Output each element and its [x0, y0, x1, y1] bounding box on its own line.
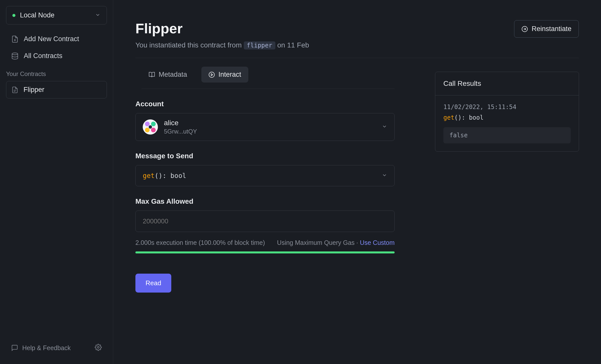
gas-exec-text: 2.000s execution time (100.00% of block …	[135, 239, 265, 246]
message-select[interactable]: get(): bool	[135, 165, 395, 186]
divider	[135, 58, 579, 58]
file-icon	[11, 86, 18, 93]
svg-point-5	[98, 347, 99, 348]
help-feedback-link[interactable]: Help & Feedback	[11, 344, 71, 352]
chevron-down-icon	[382, 172, 387, 179]
sidebar-contract-item[interactable]: Flipper	[6, 81, 107, 98]
main-content: Flipper You instantiated this contract f…	[113, 0, 601, 364]
account-label: Account	[135, 100, 395, 108]
svg-point-2	[12, 53, 18, 55]
tab-interact-label: Interact	[219, 71, 241, 79]
tab-metadata-label: Metadata	[159, 71, 187, 79]
result-value: false	[443, 127, 571, 143]
tab-interact[interactable]: Interact	[201, 67, 248, 83]
message-fn-name: get	[143, 172, 155, 179]
account-select[interactable]: alice 5Grw...utQY	[135, 113, 395, 141]
account-name: alice	[164, 119, 197, 127]
result-timestamp: 11/02/2022, 15:11:54	[443, 103, 571, 111]
read-button[interactable]: Read	[135, 274, 171, 293]
call-results-panel: Call Results 11/02/2022, 15:11:54 get():…	[435, 72, 579, 152]
gas-using-text: Using Maximum Query Gas ·	[277, 239, 360, 246]
node-name: Local Node	[20, 11, 55, 19]
subtitle-prefix: You instantiated this contract from	[135, 41, 244, 49]
subtitle-suffix: on 11 Feb	[275, 41, 309, 49]
nav-all-label: All Contracts	[24, 52, 62, 60]
nav-add-contract[interactable]: Add New Contract	[0, 31, 113, 47]
identicon-icon	[143, 119, 158, 135]
svg-point-8	[209, 72, 214, 77]
result-fn: get(): bool	[443, 114, 571, 121]
nav-all-contracts[interactable]: All Contracts	[0, 47, 113, 64]
play-circle-icon	[208, 71, 215, 78]
results-title: Call Results	[435, 72, 579, 95]
chat-icon	[11, 344, 18, 351]
help-label: Help & Feedback	[22, 344, 71, 352]
status-dot-icon	[12, 14, 15, 17]
section-title: Your Contracts	[0, 64, 113, 81]
account-address: 5Grw...utQY	[164, 128, 197, 135]
gas-progress-bar	[135, 251, 395, 253]
node-selector[interactable]: Local Node	[6, 6, 107, 24]
use-custom-link[interactable]: Use Custom	[360, 239, 395, 246]
reinstantiate-button[interactable]: Reinstantiate	[514, 20, 579, 38]
book-icon	[149, 71, 155, 78]
gas-info: 2.000s execution time (100.00% of block …	[135, 239, 395, 246]
arrow-circle-icon	[521, 26, 528, 32]
tab-metadata[interactable]: Metadata	[141, 67, 194, 83]
file-plus-icon	[11, 35, 19, 43]
result-fn-name: get	[443, 114, 454, 121]
nav-add-label: Add New Contract	[24, 35, 79, 43]
gas-label: Max Gas Allowed	[135, 197, 395, 205]
reinstantiate-label: Reinstantiate	[532, 25, 571, 33]
contract-item-label: Flipper	[23, 86, 44, 94]
tabs-bar: Metadata Interact	[141, 67, 395, 89]
settings-button[interactable]	[95, 344, 102, 352]
gear-icon	[95, 344, 102, 351]
gas-input[interactable]	[135, 211, 395, 232]
page-title: Flipper	[135, 20, 309, 37]
result-fn-sig: (): bool	[454, 114, 484, 121]
sidebar: Local Node Add New Contract All Contract…	[0, 0, 113, 364]
message-fn-sig: (): bool	[155, 172, 186, 179]
chevron-down-icon	[95, 12, 101, 19]
svg-marker-9	[211, 73, 213, 76]
subtitle: You instantiated this contract from flip…	[135, 41, 309, 49]
database-icon	[11, 52, 19, 60]
code-chip: flipper	[244, 41, 275, 49]
chevron-down-icon	[382, 124, 387, 130]
message-label: Message to Send	[135, 152, 395, 160]
